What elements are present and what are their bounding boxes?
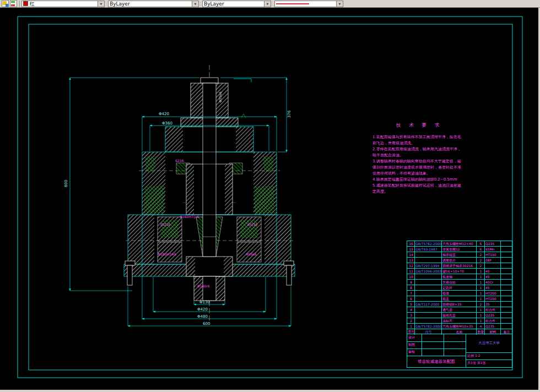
technical-requirement-line: 5.减速器装配好后按试验规程试运转，油池注油至规 <box>372 183 466 189</box>
linetype-select[interactable]: ▼ <box>274 1 343 7</box>
school-name: 大连理工大学 <box>466 334 512 352</box>
label-shaft-fit: Φ140r6 <box>197 284 210 288</box>
cell-material: HT150 <box>485 252 501 257</box>
cell-code: GB/T1096-2003 <box>415 269 442 274</box>
dim-text-top-inner: Φ360 <box>162 121 172 126</box>
table-row: 12 GB/T297-1994 圆锥滚子轴承30216 2 <box>407 263 512 269</box>
cell-note <box>501 263 512 268</box>
cell-code <box>415 318 442 323</box>
cell-code: GB/T297-1994 <box>415 263 442 268</box>
titleblock-row-drafter: 制图 <box>407 341 422 349</box>
table-row: 6 箱盖 1 HT200 <box>407 296 512 302</box>
cell-qty: 1 <box>477 269 485 274</box>
cell-qty: 1 <box>477 313 485 318</box>
cell-name: 六角头螺栓M12×40 <box>442 241 477 246</box>
cell-material: 35 <box>485 302 501 307</box>
cell-code <box>415 291 442 296</box>
technical-requirement-line: 定高度。 <box>372 189 466 195</box>
cell-no: 7 <box>407 291 415 296</box>
cell-no: 16 <box>407 241 415 246</box>
linetype-sample-swatch <box>276 3 309 4</box>
color-select[interactable]: ByLayer ▼ <box>108 1 199 7</box>
cell-code <box>415 280 442 285</box>
cell-note <box>501 302 512 307</box>
dim-text-base-width: 600 <box>203 322 210 326</box>
cell-material: 45 <box>485 274 501 279</box>
cell-material: Q235 <box>485 313 501 318</box>
cell-qty: 2 <box>477 302 485 307</box>
technical-requirement-line: 刺飞边，并用煤油清洗。 <box>372 140 466 146</box>
technical-requirement-line: 使用任何填料，不得有渗油现象。 <box>372 171 466 177</box>
cell-name: 箱体 <box>442 291 477 296</box>
cell-qty: 6 <box>477 241 485 246</box>
technical-requirement-line: 体剖分面涂以密封油漆或水玻璃密封，各密封处不准 <box>372 165 466 171</box>
technical-requirement-line: 4.轴承固定端盖应保证轴的轴向游隙0.2~0.5mm <box>372 177 466 183</box>
cell-code <box>415 285 442 290</box>
cell-no: 5 <box>407 302 415 307</box>
cell-no: 10 <box>407 274 415 279</box>
table-row: 15 GB/T93-1987 弹簧垫圈12 6 65Mn <box>407 247 512 252</box>
cell-code <box>415 274 442 279</box>
table-row: 4 通气器 1 组合件 <box>407 307 512 313</box>
label-bearing-upper: 6216 <box>175 159 183 162</box>
cell-no: 11 <box>407 269 415 274</box>
dim-text-shaft-end: Φ130 <box>199 300 210 304</box>
cell-material: 45 <box>485 269 501 274</box>
table-row: 16 GB/T5782-2000 六角头螺栓M12×40 6 Q235 <box>407 241 512 247</box>
cell-code <box>415 252 442 257</box>
cell-code <box>415 307 442 312</box>
cell-name: 大锥齿轮 <box>442 280 477 285</box>
cell-code <box>415 313 442 318</box>
cell-name: 圆锥销8×35 <box>442 302 477 307</box>
label-hub-fit: Φ55k6 <box>218 91 222 102</box>
table-row: 11 GB/T1096-2003 键16×10×70 1 45 <box>407 269 512 274</box>
cell-note <box>501 258 512 263</box>
chevron-down-icon[interactable]: ▼ <box>264 1 271 7</box>
cell-note <box>501 296 512 301</box>
cell-no: 2 <box>407 318 415 323</box>
cell-qty: 6 <box>477 247 485 252</box>
cell-name: 箱盖 <box>442 296 477 301</box>
cell-note <box>501 313 512 318</box>
technical-requirements-title: 技 术 要 求 <box>372 122 466 129</box>
layer-select[interactable]: 红 ▼ <box>21 1 105 7</box>
cell-name: 定距环 <box>442 285 477 290</box>
window-bottom-edge <box>0 390 540 392</box>
cell-name: 圆锥滚子轴承30216 <box>442 263 477 268</box>
cell-qty: 2 <box>477 252 485 257</box>
table-row: 3 窥视孔盖 1 Q235 <box>407 313 512 318</box>
sheet-count-cell: 共1张 第1张 <box>466 360 512 367</box>
cell-qty: 1 <box>477 274 485 279</box>
cell-qty: 1 <box>477 296 485 301</box>
layer-properties-icon[interactable] <box>2 0 9 7</box>
table-row: 2 油标尺 1 组合件 <box>407 318 512 324</box>
label-fit-left: Φ180H7/k6 <box>158 252 176 256</box>
cell-no: 6 <box>407 296 415 301</box>
label-bearing-left: 30216 <box>160 222 170 226</box>
cell-name: 六角头螺栓M10×35 <box>442 324 477 329</box>
table-row: 5 GB/T117-2000 圆锥销8×35 2 35 <box>407 302 512 307</box>
table-row: 14 轴承端盖 2 HT150 <box>407 252 512 258</box>
cell-name: 油标尺 <box>442 318 477 323</box>
table-row: 10 低速轴 1 45 <box>407 274 512 280</box>
dim-text-upper-height: 376 <box>287 110 291 118</box>
cell-material: 45 <box>485 285 501 290</box>
technical-requirement-line: 2.零件在装配前用煤油清洗，轴承用汽油清洗干净， <box>372 146 466 153</box>
color-select-value: ByLayer <box>110 1 130 7</box>
cell-name: 窥视孔盖 <box>442 313 477 318</box>
cell-material: HT200 <box>485 291 501 296</box>
chevron-down-icon[interactable]: ▼ <box>192 1 198 7</box>
chevron-down-icon[interactable]: ▼ <box>336 1 343 7</box>
label-bearing-right: 30216 <box>247 222 257 226</box>
lineweight-select[interactable]: ByLayer ▼ <box>202 1 271 7</box>
drawing-title: 锥齿轮减速器装配图 <box>407 356 466 367</box>
chevron-down-icon[interactable]: ▼ <box>98 1 104 7</box>
object-properties-toolbar: 红 ▼ ByLayer ▼ ByLayer ▼ ▼ <box>0 0 540 8</box>
cell-note <box>501 274 512 279</box>
layers-icon[interactable] <box>10 0 17 7</box>
cell-note <box>501 247 512 252</box>
cell-material: Q235 <box>485 324 501 329</box>
cell-qty: 1 <box>477 280 485 285</box>
table-row: 9 大锥齿轮 1 40Cr <box>407 280 512 285</box>
cell-code <box>415 258 442 263</box>
